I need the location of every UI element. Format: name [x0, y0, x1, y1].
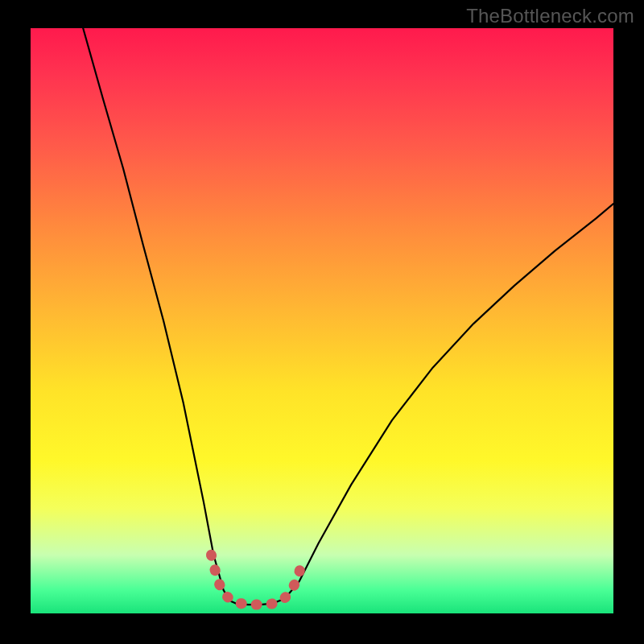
- minimum-region-highlight: [211, 555, 301, 605]
- watermark-text: TheBottleneck.com: [466, 5, 634, 27]
- bottleneck-curve: [83, 28, 613, 605]
- chart-frame: TheBottleneck.com: [0, 0, 644, 644]
- chart-svg: [31, 28, 613, 613]
- chart-plot-area: [31, 28, 613, 613]
